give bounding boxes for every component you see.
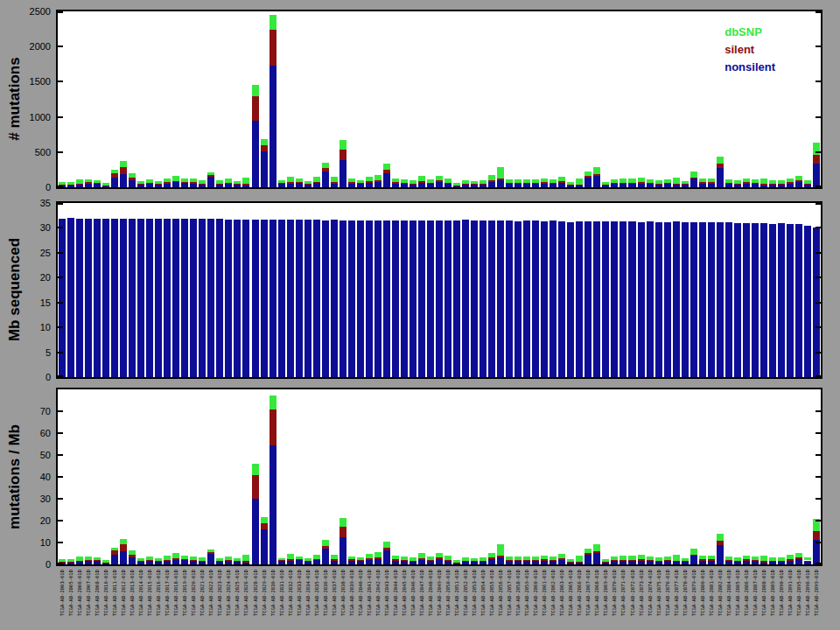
bar-segment-nonsilent [602,563,609,564]
sample-bar [102,219,109,377]
bar-segment-dbSNP [743,556,750,560]
bar-segment-dbSNP [760,178,767,184]
bar-segment-silent [769,184,776,185]
bar-segment-nonsilent [199,185,206,187]
bar-segment-dbSNP [111,170,118,173]
sample-bar [94,219,101,377]
bar-segment-dbSNP [514,556,522,560]
y-tick-mark [58,203,63,205]
bar-segment-nonsilent [699,561,706,564]
bar-segment-silent [444,560,452,561]
sample-label: TCGA-AB-2844-01D [391,570,400,630]
bar-segment-silent [261,523,268,530]
bar-segment-silent [628,183,635,184]
bar-segment-dbSNP [383,542,390,548]
bar-segment-dbSNP [725,179,732,183]
sample-bar [611,221,618,377]
sample-bar [514,556,522,564]
bar-segment-silent [497,556,504,558]
sample-label: TCGA-AB-2888-01D [760,570,768,630]
bar-segment-dbSNP [85,556,92,559]
sample-bar [488,175,495,187]
bar-segment-silent [532,183,539,184]
sample-bar [462,557,469,564]
bar-segment-dbSNP [804,180,811,184]
bar-segment-dbSNP [270,15,276,30]
sample-bar [59,219,66,377]
bar-segment-silent [787,182,794,184]
bar-segment-dbSNP [366,554,373,558]
sample-bar [769,557,776,565]
bar-segment-Mb sequenced [164,219,171,377]
sample-label: TCGA-AB-2884-01D [724,570,733,630]
bar-segment-Mb sequenced [523,220,530,377]
sample-bar [567,222,574,377]
bar-segment-dbSNP [584,172,592,177]
sample-bar [690,222,697,377]
bar-segment-nonsilent [410,185,416,187]
sample-bar [620,178,626,187]
sample-bar [155,219,162,377]
bar-segment-silent [137,184,144,185]
bar-segment-dbSNP [137,181,144,184]
bar-segment-dbSNP [357,180,364,183]
bar-segment-nonsilent [322,172,329,187]
bar-segment-nonsilent [120,551,127,564]
bar-segment-nonsilent [541,184,548,187]
bar-segment-dbSNP [164,178,171,183]
sample-label: TCGA-AB-2822-01D [206,570,215,630]
bar-segment-dbSNP [717,534,724,541]
bar-segment-dbSNP [322,163,329,168]
bar-segment-silent [567,562,574,563]
sample-bar [787,178,794,187]
bar-segment-dbSNP [647,179,654,183]
bar-segment-silent [85,560,92,561]
sample-bar [593,221,600,377]
bar-segment-silent [418,558,425,560]
bar-segment-Mb sequenced [787,224,794,377]
bar-segment-nonsilent [94,184,101,187]
y-tick-label: 0 [10,373,51,382]
sample-bar [673,221,680,377]
bar-segment-dbSNP [506,556,513,560]
sample-bar [444,178,452,187]
bar-segment-nonsilent [734,562,741,564]
bar-segment-silent [427,183,434,184]
y-tick-mark [58,11,63,13]
sample-bar [453,560,460,564]
mutation-count-panel: dbSNPsilentnonsilent [56,10,822,189]
bar-segment-dbSNP [207,172,214,175]
bar-segment-dbSNP [383,164,390,170]
bar-segment-dbSNP [471,181,478,185]
bar-segment-dbSNP [427,179,434,183]
bar-segment-nonsilent [340,160,346,187]
sample-bar [111,170,118,187]
bar-segment-dbSNP [778,557,785,561]
bar-segment-dbSNP [593,544,600,551]
bar-segment-Mb sequenced [488,220,495,377]
sample-bar [102,183,109,187]
bar-segment-silent [514,183,522,184]
bar-segment-nonsilent [471,562,478,564]
bar-segment-silent [216,184,223,185]
bar-segment-Mb sequenced [374,220,382,377]
bar-segment-nonsilent [418,560,425,564]
y-tick-mark [58,563,63,564]
bar-segment-nonsilent [102,186,109,187]
bar-segment-silent [172,558,179,560]
sample-label: TCGA-AB-2845-01D [400,570,409,630]
legend-item-dbSNP: dbSNP [724,24,775,41]
bar-segment-silent [462,561,469,562]
bar-segment-silent [638,182,645,184]
bar-segment-dbSNP [304,181,312,183]
bar-segment-Mb sequenced [59,219,66,377]
sample-bar [541,221,548,377]
sample-bar [216,180,223,187]
bar-segment-nonsilent [708,184,715,187]
bar-segment-silent [628,560,635,561]
bar-segment-silent [366,558,373,560]
bar-segment-silent [647,560,654,561]
bar-segment-dbSNP [550,556,556,560]
sample-bar [471,181,478,187]
sample-bar [532,179,539,187]
